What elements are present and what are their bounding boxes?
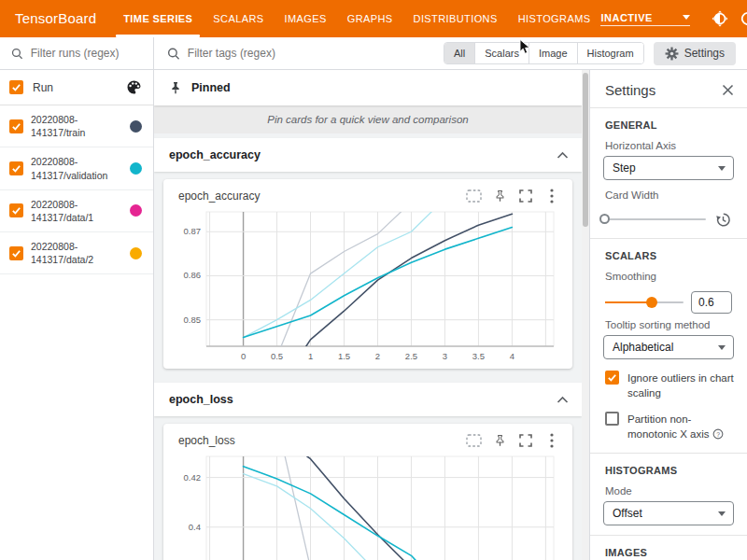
svg-text:0.4: 0.4 [189, 522, 201, 532]
run-color-dot[interactable] [130, 162, 142, 175]
chevron-down-icon [683, 15, 690, 20]
tab-distributions[interactable]: DISTRIBUTIONS [403, 0, 508, 37]
filter-all-button[interactable]: All [444, 43, 475, 63]
pinned-label: Pinned [191, 81, 231, 94]
runs-header-row: Run [0, 70, 153, 105]
chart-card-title: epoch_loss [178, 434, 462, 447]
run-checkbox[interactable] [9, 119, 23, 133]
run-color-dot[interactable] [130, 204, 142, 217]
tooltip-sorting-value: Alphabetical [613, 341, 673, 354]
svg-text:0.87: 0.87 [184, 226, 202, 236]
fullscreen-icon[interactable] [514, 430, 537, 451]
group-header-epoch-loss[interactable]: epoch_loss [154, 383, 582, 416]
runs-filter-input[interactable] [31, 47, 142, 60]
tags-filter [167, 47, 434, 61]
svg-text:2: 2 [375, 351, 380, 361]
svg-text:0.85: 0.85 [184, 315, 202, 325]
pin-card-icon[interactable] [488, 430, 511, 451]
card-width-slider[interactable] [605, 213, 706, 226]
smoothing-slider[interactable] [605, 296, 684, 309]
partition-x-axis-checkbox[interactable] [605, 412, 619, 426]
svg-text:1: 1 [308, 351, 313, 361]
run-checkbox[interactable] [9, 161, 23, 175]
chevron-up-icon[interactable] [557, 396, 569, 404]
svg-text:0: 0 [241, 351, 246, 361]
tab-graphs[interactable]: GRAPHS [337, 0, 403, 37]
smoothing-label: Smoothing [605, 271, 734, 282]
epoch-loss-chart[interactable]: 0.360.380.40.42 [165, 451, 561, 560]
app-logo: TensorBoard [0, 0, 113, 37]
run-checkbox[interactable] [9, 203, 23, 217]
close-icon[interactable] [722, 84, 734, 96]
reset-card-width-icon[interactable] [713, 210, 732, 229]
status-label: INACTIVE [600, 12, 652, 23]
pin-hint-text: Pin cards for a quick view and compariso… [154, 105, 582, 133]
run-color-dot[interactable] [130, 120, 142, 133]
epoch-accuracy-chart[interactable]: 0.850.860.8700.511.522.533.54 [165, 206, 561, 369]
pin-icon [169, 81, 182, 94]
content-scrollbar[interactable] [582, 70, 589, 560]
chart-card-title: epoch_accuracy [178, 189, 462, 203]
runs-column-label: Run [33, 81, 117, 94]
run-row-data-2[interactable]: 20220808-141317/data/2 [0, 232, 153, 274]
svg-text:2.5: 2.5 [405, 351, 417, 361]
partition-x-axis-row[interactable]: Partition non-monotonic X axis ? [605, 412, 734, 441]
tags-toolbar: All Scalars Image Histogram [154, 37, 747, 70]
tags-filter-input[interactable] [188, 47, 434, 60]
kebab-menu-icon[interactable] [541, 186, 563, 206]
run-color-dot[interactable] [130, 247, 142, 259]
tooltip-sorting-label: Tooltip sorting method [605, 319, 734, 330]
kebab-menu-icon[interactable] [541, 430, 563, 451]
help-icon[interactable]: ? [712, 428, 724, 440]
settings-button[interactable]: Settings [654, 42, 736, 65]
tab-images[interactable]: IMAGES [275, 0, 337, 37]
svg-text:1.5: 1.5 [338, 351, 350, 361]
run-row-data-1[interactable]: 20220808-141317/data/1 [0, 190, 153, 232]
select-all-runs-checkbox[interactable] [9, 80, 23, 94]
histogram-mode-value: Offset [613, 507, 642, 520]
group-title: epoch_accuracy [169, 148, 557, 161]
filter-scalars-button[interactable]: Scalars [475, 43, 529, 63]
tooltip-sorting-select[interactable]: Alphabetical [603, 335, 734, 359]
tab-scalars[interactable]: SCALARS [203, 0, 274, 37]
run-row-validation[interactable]: 20220808-141317/validation [0, 147, 153, 189]
pin-card-icon[interactable] [488, 186, 511, 206]
chevron-down-icon [718, 511, 726, 516]
svg-text:0.5: 0.5 [271, 351, 283, 361]
header-actions: INACTIVE [600, 0, 747, 37]
chevron-up-icon[interactable] [557, 151, 569, 160]
palette-icon[interactable] [126, 79, 142, 95]
run-row-train[interactable]: 20220808-141317/train [0, 105, 153, 147]
tab-time-series[interactable]: TIME SERIES [113, 0, 203, 37]
ignore-outliers-row[interactable]: Ignore outliers in chart scaling [605, 371, 734, 400]
horizontal-axis-select[interactable]: Step [603, 156, 734, 180]
data-selection-icon[interactable] [462, 186, 485, 206]
scalars-section-heading: SCALARS [605, 250, 734, 261]
smoothing-value-input[interactable]: 0.6 [691, 291, 732, 314]
reload-status-select[interactable]: INACTIVE [600, 12, 690, 26]
group-header-epoch-accuracy[interactable]: epoch_accuracy [154, 138, 582, 172]
ignore-outliers-checkbox[interactable] [605, 371, 619, 385]
run-checkbox[interactable] [9, 246, 23, 260]
data-selection-icon[interactable] [462, 430, 485, 451]
scrollbar-thumb[interactable] [583, 73, 588, 227]
run-name: 20220808-141317/data/1 [31, 198, 122, 224]
filter-image-button[interactable]: Image [529, 43, 578, 63]
runs-filter [0, 37, 153, 70]
epoch-accuracy-card: epoch_accuracy [163, 179, 572, 369]
horizontal-axis-value: Step [613, 161, 636, 175]
cards-scroll-area: Pinned Pin cards for a quick view and co… [154, 70, 589, 560]
tab-histograms[interactable]: HISTOGRAMS [508, 0, 601, 37]
run-name: 20220808-141317/data/2 [31, 240, 122, 266]
svg-text:0.86: 0.86 [184, 270, 202, 280]
search-icon [167, 47, 180, 61]
fullscreen-icon[interactable] [514, 186, 537, 206]
filter-histogram-button[interactable]: Histogram [578, 43, 643, 63]
images-section-heading: IMAGES [605, 547, 734, 558]
refresh-icon[interactable] [735, 6, 747, 32]
settings-button-label: Settings [684, 47, 725, 60]
histogram-mode-select[interactable]: Offset [603, 501, 734, 525]
svg-text:?: ? [716, 430, 720, 437]
brightness-toggle-icon[interactable] [707, 6, 733, 32]
epoch-loss-card: epoch_loss [163, 424, 572, 560]
